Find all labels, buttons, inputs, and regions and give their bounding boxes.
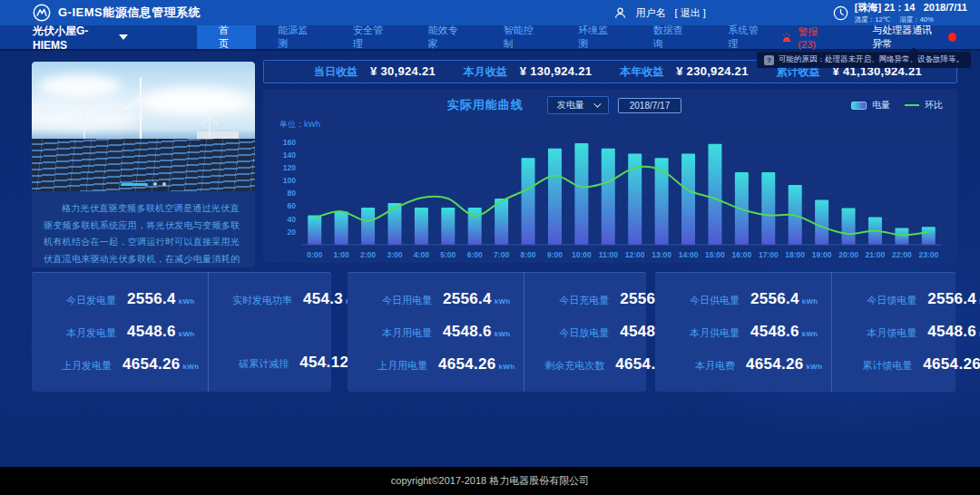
temperature-value: 温度：12℃	[855, 15, 890, 24]
y-tick-label: 160	[283, 138, 296, 147]
nav-item-5[interactable]: 环境监测	[556, 25, 632, 49]
stat-unit: kWh	[179, 297, 195, 306]
bar-17:00	[761, 172, 775, 245]
bar-10:00	[574, 143, 588, 245]
nav-item-0[interactable]: 首页	[197, 25, 256, 49]
site-selector-dropdown[interactable]: 光伏小屋G-HIEMS	[0, 25, 142, 49]
top-header-bar: G-IEMS能源信息管理系统 用户名 [ 退出 ] [珠海] 21 : 14 2…	[0, 0, 980, 25]
stat-row: 本月用电量4548.6kWh	[357, 323, 514, 341]
chart-header: 实际用能曲线 发电量 2018/7/17 电量 环比	[263, 89, 957, 116]
alarm-siren-icon	[781, 32, 792, 44]
bar-8:00	[522, 158, 535, 245]
nav-item-2[interactable]: 安全管理	[331, 25, 407, 49]
stat-value: 4548.6kWh	[750, 323, 818, 341]
carousel-indicator-active[interactable]	[121, 183, 148, 186]
clock-text: [珠海] 21 : 14 2018/7/11 温度：12℃ 湿度：40%	[855, 1, 967, 24]
logout-button[interactable]: [ 退出 ]	[675, 6, 706, 20]
gree-logo-icon	[33, 4, 51, 22]
y-tick-label: 60	[288, 201, 297, 210]
revenue-item-0: 当日收益¥ 30,924.21	[314, 64, 436, 80]
x-tick-label: 1:00	[334, 250, 349, 259]
bar-19:00	[815, 199, 828, 245]
x-tick-label: 17:00	[759, 250, 779, 259]
city-label: [珠海]	[855, 2, 881, 13]
revenue-label: 本月收益	[464, 64, 507, 80]
bar-0:00	[308, 215, 321, 245]
stat-label: 今日充电量	[538, 294, 609, 307]
stat-column: 实时发电功率454.3kW碳累计减排454.12kg	[208, 272, 369, 392]
bar-5:00	[441, 208, 455, 245]
stat-panel-2: 今日供电量2556.4kWh本月供电量4548.6kWh本月电费4654.26k…	[655, 272, 956, 392]
x-tick-label: 23:00	[918, 250, 938, 259]
copyright-text: copyright©2017-2018 格力电器股份有限公司	[391, 474, 589, 488]
carousel-dot[interactable]	[162, 182, 166, 186]
nav-item-3[interactable]: 能效专家	[407, 25, 482, 49]
stat-value: 4654.26kWh	[122, 355, 199, 374]
stat-label: 本月用电量	[361, 326, 432, 340]
bar-7:00	[495, 199, 508, 245]
stat-label: 本月发电量	[45, 326, 116, 340]
stat-unit: kWh	[495, 297, 511, 306]
bar-11:00	[602, 149, 615, 245]
legend-item-energy[interactable]: 电量	[851, 99, 890, 112]
bar-series-swatch	[851, 102, 867, 110]
clock-block: [珠海] 21 : 14 2018/7/11 温度：12℃ 湿度：40%	[833, 1, 967, 24]
bar-6:00	[468, 208, 482, 245]
stat-unit: kWh	[495, 330, 511, 338]
nav-item-6[interactable]: 数据查询	[632, 25, 707, 49]
alarm-button[interactable]: 警报(23)	[781, 25, 830, 50]
x-tick-label: 0:00	[307, 250, 322, 259]
x-tick-label: 15:00	[705, 250, 725, 259]
stat-row: 本月馈电量4548.6kWh	[841, 323, 980, 341]
stat-label: 今日供电量	[669, 294, 740, 307]
stat-label: 实时发电功率	[221, 294, 292, 307]
metric-dropdown[interactable]: 发电量	[547, 96, 609, 114]
stat-panel-0: 今日发电量2556.4kWh本月发电量4548.6kWh上月发电量4654.26…	[32, 272, 331, 392]
clock-icon	[833, 5, 848, 21]
x-tick-label: 9:00	[547, 250, 563, 259]
bar-3:00	[387, 203, 401, 245]
stat-label: 碳累计减排	[218, 357, 289, 371]
stat-value: 4548.6kWh	[443, 323, 511, 341]
stat-label: 累计馈电量	[841, 359, 912, 373]
stat-label: 今日放电量	[538, 326, 609, 340]
comm-tooltip: ? 可能的原因：处理器未开启、网络异常、设备故障等。	[757, 52, 971, 68]
x-tick-label: 10:00	[572, 250, 592, 259]
comm-status-label: 与处理器通讯异常	[872, 24, 941, 51]
status-dot-red	[948, 33, 956, 42]
chevron-down-icon	[119, 34, 128, 40]
stat-label: 剩余充电次数	[534, 359, 604, 373]
y-tick-label: 100	[283, 176, 296, 185]
legend-item-ratio[interactable]: 环比	[905, 99, 943, 112]
stat-unit: kWh	[179, 330, 195, 338]
stat-label: 上月用电量	[357, 359, 427, 373]
stat-panel-1: 今日用电量2556.4kWh本月用电量4548.6kWh上月用电量4654.26…	[348, 272, 646, 392]
chevron-down-icon	[593, 100, 601, 107]
x-tick-label: 3:00	[387, 250, 402, 259]
nav-item-1[interactable]: 能源监测	[256, 25, 331, 49]
nav-item-4[interactable]: 智能控制	[481, 25, 556, 49]
x-tick-label: 6:00	[467, 250, 483, 259]
y-tick-label: 40	[288, 215, 297, 224]
metric-dropdown-value: 发电量	[557, 99, 584, 112]
stat-unit: kWh	[499, 363, 515, 371]
stat-value: 2556.4kWh	[443, 290, 511, 308]
stat-label: 今日馈电量	[846, 294, 916, 307]
app-title: G-IEMS能源信息管理系统	[58, 5, 201, 21]
stat-row: 实时发电功率454.3kW	[218, 290, 360, 308]
y-tick-label: 140	[283, 150, 296, 160]
revenue-value: ¥ 130,924.21	[520, 64, 593, 78]
chart-legend: 电量 环比	[851, 99, 943, 112]
stat-column: 今日发电量2556.4kWh本月发电量4548.6kWh上月发电量4654.26…	[32, 272, 208, 392]
bar-15:00	[708, 144, 721, 245]
alarm-count-label: 警报(23)	[798, 25, 830, 50]
x-tick-label: 8:00	[521, 250, 536, 259]
tooltip-text: 可能的原因：处理器未开启、网络异常、设备故障等。	[779, 54, 964, 65]
nav-item-7[interactable]: 系统管理	[707, 25, 782, 49]
revenue-value: ¥ 230,924.21	[676, 64, 749, 78]
page-footer: copyright©2017-2018 格力电器股份有限公司	[0, 467, 980, 495]
line-series-swatch	[905, 104, 919, 106]
date-picker[interactable]: 2018/7/17	[618, 98, 682, 113]
stat-row: 上月用电量4654.26kWh	[357, 355, 514, 374]
carousel-dot[interactable]	[153, 182, 157, 186]
